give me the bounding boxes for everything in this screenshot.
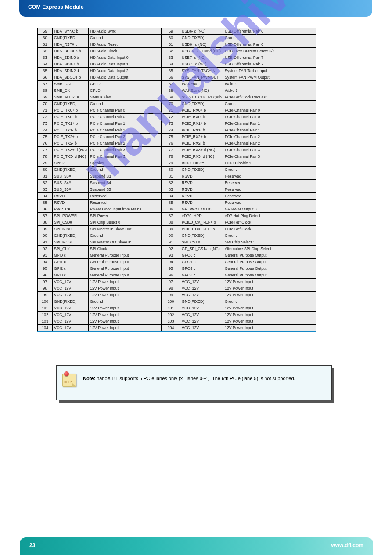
cell: 72 <box>162 114 180 120</box>
header-banner: COM Express Module <box>19 0 372 17</box>
cell: SPI Master In Slave Out <box>89 226 162 232</box>
cell: 12V Power Input <box>223 325 316 332</box>
cell: 81 <box>162 173 180 180</box>
table-row: 100GND(FIXED)Ground100GND(FIXED)Ground <box>38 298 316 305</box>
table-row: 80GND(FIXED)Ground80GND(FIXED)Ground <box>38 167 316 173</box>
cell: 12V Power Input <box>89 312 162 318</box>
cell: SPI Master Out Slave In <box>89 239 162 246</box>
cell: VCC_12V <box>53 325 89 332</box>
cell: RSVD <box>53 193 89 200</box>
cell: PCIe Channel Pair 2 <box>89 134 162 140</box>
table-row: 89SPI_MISOSPI Master In Slave Out89PCIE0… <box>38 226 316 232</box>
cell: 81 <box>38 173 53 180</box>
cell: GND(FIXED) <box>180 232 223 239</box>
cell: 12V Power Input <box>89 285 162 292</box>
cell: 83 <box>162 186 180 193</box>
cell: 68 <box>38 87 53 94</box>
cell: SPI Chip Select 1 <box>223 239 316 246</box>
cell: 70 <box>162 101 180 107</box>
cell: HD Audio Sync <box>89 28 162 35</box>
cell: RSVD <box>180 200 223 206</box>
cell: PCIe Channel Pair 3 <box>223 153 316 160</box>
cell: PCIe Channel Pair 1 <box>223 127 316 134</box>
cell: 85 <box>38 200 53 206</box>
cell: Alternative SPI Chip Select 1 <box>223 246 316 252</box>
cell: General Purpose Input <box>89 265 162 272</box>
cell: Reserved <box>223 173 316 180</box>
cell: eDP Hot Plug Detect <box>223 213 316 219</box>
cell: SPKR <box>53 160 89 167</box>
table-row: 73PCIE_TX1+ bPCIe Channel Pair 173PCIE_R… <box>38 120 316 127</box>
cell: GND(FIXED) <box>180 167 223 173</box>
cell: 80 <box>38 167 53 173</box>
cell: VCC_12V <box>53 312 89 318</box>
table-row: 99VCC_12V12V Power Input99VCC_12V12V Pow… <box>38 292 316 298</box>
note-fold-icon <box>72 383 76 387</box>
cell: 65 <box>162 68 180 74</box>
cell: VCC_12V <box>180 292 223 298</box>
cell: HD Audio Clock <box>89 48 162 54</box>
cell: 93 <box>38 252 53 259</box>
cell: 91 <box>38 239 53 246</box>
table-row: 90GND(FIXED)Ground90GND(FIXED)Ground <box>38 232 316 239</box>
cell: GPI1 c <box>53 259 89 265</box>
cell: GPO2 c <box>180 265 223 272</box>
cell: 102 <box>162 312 180 318</box>
cell: 12V Power Input <box>89 279 162 285</box>
cell: Speaker <box>89 160 162 167</box>
cell: HDA_SDIN0 b <box>53 54 89 61</box>
cell: GPI3 c <box>53 272 89 279</box>
cell: 12V Power Input <box>223 285 316 292</box>
cell: 12V Power Input <box>89 325 162 332</box>
note-box: note Note: nanoX-BT supports 5 PCIe lane… <box>56 365 332 400</box>
note-content: nanoX-BT supports 5 PCIe lanes only (x1 … <box>97 376 295 381</box>
table-row: 87SPI_POWERSPI Power87eDP0_HPDeDP Hot Pl… <box>38 213 316 219</box>
table-row: 67SMB_DATCPLD67WAKE0#Wake 0 <box>38 81 316 87</box>
pin-table: 59HDA_SYNC bHD Audio Sync59USB6- d (NC)U… <box>37 28 316 332</box>
cell: PCIe Channel Pair 2 <box>223 140 316 147</box>
cell: 70 <box>38 101 53 107</box>
cell: 104 <box>38 325 53 332</box>
cell: Suspend S5 <box>89 186 162 193</box>
cell: 74 <box>162 127 180 134</box>
cell: GPI0 c <box>53 252 89 259</box>
table-row: 79SPKRSpeaker79BIOS_DIS1#BIOS Disable 1 <box>38 160 316 167</box>
cell: 63 <box>162 54 180 61</box>
cell: 12V Power Input <box>223 318 316 325</box>
cell: HD Audio Data Input 0 <box>89 54 162 61</box>
cell: 75 <box>38 134 53 140</box>
cell: 12V Power Input <box>223 279 316 285</box>
cell: PCIE_RX1- b <box>180 127 223 134</box>
cell: PCIe Ref Clock Request <box>223 94 316 101</box>
table-row: 94GPI1 cGeneral Purpose Input94GPO1 cGen… <box>38 259 316 265</box>
table-row: 71PCIE_TX0+ bPCIe Channel Pair 071PCIE_R… <box>38 107 316 114</box>
cell: Reserved <box>89 193 162 200</box>
table-row: 68SMB_CKCPLD68WAKE1# d(NC)Wake 1 <box>38 87 316 94</box>
table-row: 88SPI_CS0#SPI Chip Select 088PCIE0_CK_RE… <box>38 219 316 226</box>
cell: PCIE_RX3- d (NC) <box>180 153 223 160</box>
cell: HDA_SDIN2 d <box>53 68 89 74</box>
cell: GP PWM Output 0 <box>223 206 316 213</box>
cell: 80 <box>162 167 180 173</box>
table-row: 104VCC_12V12V Power Input104VCC_12V12V P… <box>38 325 316 332</box>
cell: 100 <box>162 298 180 305</box>
cell: HDA_SDIN1 b <box>53 61 89 68</box>
cell: 99 <box>162 292 180 298</box>
cell: USB Differential Pair 6 <box>223 41 316 48</box>
note-text: Note: nanoX-BT supports 5 PCIe lanes onl… <box>83 375 326 382</box>
cell: 94 <box>38 259 53 265</box>
cell: PCIE_TX0+ b <box>53 107 89 114</box>
cell: 84 <box>162 193 180 200</box>
cell: 64 <box>38 61 53 68</box>
cell: General Purpose Input <box>89 272 162 279</box>
cell: GND(FIXED) <box>53 232 89 239</box>
cell: USB6- d (NC) <box>180 28 223 35</box>
table-row: 101VCC_12V12V Power Input101VCC_12V12V P… <box>38 305 316 312</box>
cell: SPI_MISO <box>53 226 89 232</box>
cell: GPO0 c <box>180 252 223 259</box>
cell: GND(FIXED) <box>180 298 223 305</box>
cell: General Purpose Output <box>223 272 316 279</box>
cell: 69 <box>162 94 180 101</box>
cell: 63 <box>38 54 53 61</box>
cell: 89 <box>38 226 53 232</box>
